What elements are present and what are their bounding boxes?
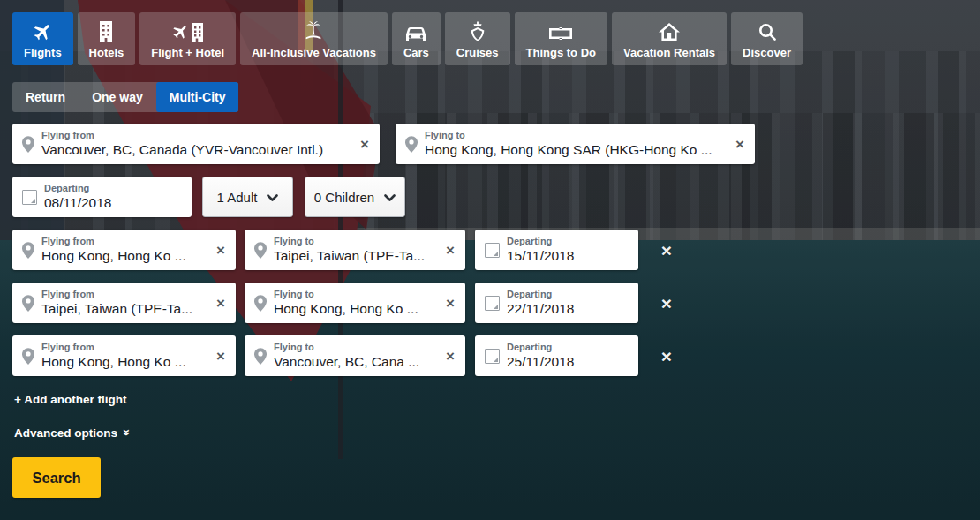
field-value: Hong Kong, Hong Ko ... <box>41 353 211 370</box>
plane-icon <box>32 19 53 42</box>
tab-label: All-Inclusive Vacations <box>252 46 376 59</box>
clear-field-icon[interactable]: × <box>360 137 369 152</box>
tab-hotels[interactable]: Hotels <box>78 12 136 65</box>
adults-dropdown[interactable]: 1 Adult <box>202 177 293 217</box>
location-pin-icon <box>22 242 34 259</box>
tab-all-inclusive-vacations[interactable]: All-Inclusive Vacations <box>240 12 388 65</box>
field-label: Flying to <box>425 130 730 141</box>
remove-leg-2-icon[interactable]: × <box>657 241 676 260</box>
field-value: Taipei, Taiwan (TPE-Ta... <box>41 300 211 317</box>
clear-field-icon[interactable]: × <box>446 296 455 311</box>
tab-flight-hotel[interactable]: Flight + Hotel <box>139 12 236 65</box>
field-text: Flying from Hong Kong, Hong Ko ... <box>41 236 211 264</box>
search-button[interactable]: Search <box>12 457 101 498</box>
clear-field-icon[interactable]: × <box>216 243 225 258</box>
tab-cars[interactable]: Cars <box>392 12 441 65</box>
location-pin-icon <box>22 348 34 365</box>
field-text: Flying to Vancouver, BC, Cana ... <box>274 342 441 370</box>
field-text: Departing 25/11/2018 <box>507 342 638 370</box>
calendar-icon <box>485 243 500 258</box>
remove-leg-4-icon[interactable]: × <box>657 347 676 366</box>
field-label: Flying to <box>274 289 441 300</box>
tab-label: Things to Do <box>526 46 596 59</box>
clear-field-icon[interactable]: × <box>735 137 744 152</box>
field-label: Flying from <box>41 342 211 353</box>
cruise-ship-icon <box>468 19 487 42</box>
field-label: Flying from <box>41 130 355 141</box>
chevron-down-icon <box>384 190 396 205</box>
flying-from-field-2[interactable]: Flying from Hong Kong, Hong Ko ... × <box>12 230 236 270</box>
field-label: Departing <box>507 236 638 247</box>
trip-type-one-way[interactable]: One way <box>79 82 156 112</box>
hotel-icon <box>97 19 115 42</box>
field-value: Vancouver, BC, Canada (YVR-Vancouver Int… <box>41 141 355 158</box>
clear-field-icon[interactable]: × <box>216 349 225 364</box>
clear-field-icon[interactable]: × <box>216 296 225 311</box>
add-another-flight-link[interactable]: + Add another flight <box>14 393 126 406</box>
tab-cruises[interactable]: Cruises <box>445 12 510 65</box>
remove-leg-3-icon[interactable]: × <box>657 294 676 313</box>
field-value: 08/11/2018 <box>44 194 192 211</box>
trip-type-multi-city[interactable]: Multi-City <box>156 82 239 112</box>
adults-value: 1 Adult <box>217 190 258 205</box>
field-text: Flying from Taipei, Taiwan (TPE-Ta... <box>41 289 211 317</box>
departing-field-1[interactable]: Departing 08/11/2018 <box>12 177 192 217</box>
chevron-down-icon <box>267 190 278 205</box>
field-text: Departing 08/11/2018 <box>44 183 192 211</box>
field-label: Departing <box>507 289 638 300</box>
field-label: Departing <box>44 183 192 194</box>
departing-field-4[interactable]: Departing 25/11/2018 <box>475 335 638 376</box>
tab-label: Flight + Hotel <box>151 46 224 59</box>
field-value: 25/11/2018 <box>507 353 638 370</box>
flight-search-page: Flights Hotels Flight + Hotel All-Inclus… <box>0 0 980 520</box>
children-dropdown[interactable]: 0 Children <box>305 177 405 217</box>
advanced-options-label: Advanced options <box>14 426 117 440</box>
flying-to-field-1[interactable]: Flying to Hong Kong, Hong Kong SAR (HKG-… <box>396 124 755 164</box>
tab-discover[interactable]: Discover <box>731 12 803 65</box>
field-value: Hong Kong, Hong Ko ... <box>41 247 211 264</box>
location-pin-icon <box>254 295 267 312</box>
tab-vacation-rentals[interactable]: Vacation Rentals <box>612 12 727 65</box>
advanced-options-link[interactable]: Advanced options » <box>14 426 131 440</box>
clear-field-icon[interactable]: × <box>446 349 455 364</box>
field-label: Departing <box>507 342 638 353</box>
field-text: Flying to Hong Kong, Hong Kong SAR (HKG-… <box>425 130 730 158</box>
departing-field-2[interactable]: Departing 15/11/2018 <box>475 230 638 270</box>
add-flight-label: Add another flight <box>24 393 126 406</box>
field-value: Hong Kong, Hong Kong SAR (HKG-Hong Ko ..… <box>425 141 730 158</box>
field-value: Taipei, Taiwan (TPE-Ta... <box>274 247 441 264</box>
calendar-icon <box>485 349 500 364</box>
field-value: Hong Kong, Hong Ko ... <box>274 300 441 317</box>
location-pin-icon <box>22 136 34 153</box>
car-icon <box>404 19 427 42</box>
tab-label: Hotels <box>89 46 124 59</box>
location-pin-icon <box>254 242 267 259</box>
plus-icon: + <box>14 393 21 406</box>
field-text: Flying from Vancouver, BC, Canada (YVR-V… <box>41 130 355 158</box>
location-pin-icon <box>254 348 267 365</box>
flying-to-field-4[interactable]: Flying to Vancouver, BC, Cana ... × <box>245 335 465 376</box>
field-label: Flying to <box>274 342 441 353</box>
location-pin-icon <box>22 295 34 312</box>
house-icon <box>658 19 681 42</box>
flying-from-field-3[interactable]: Flying from Taipei, Taiwan (TPE-Ta... × <box>12 283 236 323</box>
product-tabs: Flights Hotels Flight + Hotel All-Inclus… <box>12 12 803 65</box>
departing-field-3[interactable]: Departing 22/11/2018 <box>475 283 638 323</box>
tab-label: Discover <box>743 46 791 59</box>
flying-from-field-4[interactable]: Flying from Hong Kong, Hong Ko ... × <box>12 335 236 376</box>
field-label: Flying from <box>41 289 211 300</box>
field-text: Flying from Hong Kong, Hong Ko ... <box>41 342 211 370</box>
palm-island-icon <box>302 19 325 42</box>
tab-flights[interactable]: Flights <box>12 12 73 65</box>
tab-things-to-do[interactable]: Things to Do <box>515 12 607 65</box>
magnifier-icon <box>757 19 778 42</box>
clear-field-icon[interactable]: × <box>446 243 455 258</box>
flying-to-field-2[interactable]: Flying to Taipei, Taiwan (TPE-Ta... × <box>245 230 465 270</box>
flying-to-field-3[interactable]: Flying to Hong Kong, Hong Ko ... × <box>245 283 465 323</box>
children-value: 0 Children <box>314 190 374 205</box>
flying-from-field-1[interactable]: Flying from Vancouver, BC, Canada (YVR-V… <box>12 124 380 164</box>
field-label: Flying to <box>274 236 441 247</box>
trip-type-return[interactable]: Return <box>12 82 79 112</box>
trip-type-selector: Return One way Multi-City <box>12 82 238 112</box>
tab-label: Cruises <box>456 46 499 59</box>
